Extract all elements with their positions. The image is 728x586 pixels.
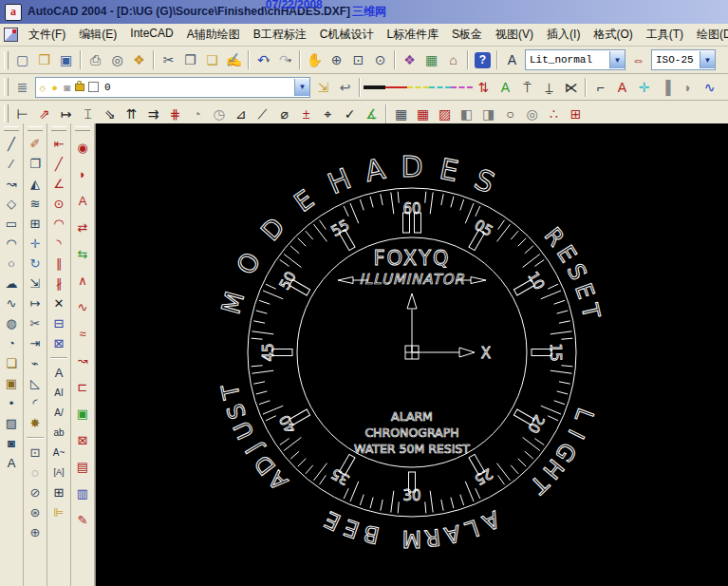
dim-continue-button[interactable]: ⇉ [142, 104, 164, 124]
break-button[interactable]: ⌁ [25, 353, 46, 373]
linetype-yellow[interactable] [407, 77, 429, 98]
shape-gray-left-button[interactable]: ◧ [456, 104, 477, 124]
zoom-in-button[interactable]: ⊕ [25, 522, 46, 542]
save-file-button[interactable]: ▣ [55, 49, 77, 70]
mtext-button[interactable]: A [48, 363, 69, 383]
dbconnect-button[interactable]: ⌂ [442, 49, 464, 70]
block-align2-button[interactable]: ⊠ [48, 333, 69, 353]
hatch-button[interactable]: ▨ [1, 413, 22, 433]
toolbar-grip[interactable] [75, 126, 90, 131]
text-style-tool-button[interactable]: A~ [48, 443, 69, 463]
zoom-all-button[interactable]: ⊛ [25, 502, 46, 522]
ellipse-button[interactable]: ◍ [1, 313, 22, 333]
offset-button[interactable]: ≋ [25, 194, 46, 214]
dim-edit-button[interactable]: ⋉ [560, 77, 582, 98]
plot-button[interactable]: ⎙ [84, 49, 106, 70]
line-button[interactable]: ╱ [1, 134, 22, 154]
edit-text-button[interactable]: AI [48, 383, 69, 403]
ellipse-arc-button[interactable]: ◔ [1, 333, 22, 353]
linetype-magenta[interactable] [451, 77, 473, 98]
drawing-canvas[interactable]: 600510152025303540455055HADESRESETLIGHTA… [95, 123, 728, 586]
dim-quick-button[interactable]: ⋕ [164, 104, 186, 124]
dim-align-top-button[interactable]: ⍑ [516, 77, 538, 98]
red-arc2-button[interactable]: ◝ [48, 234, 69, 254]
dim-jogged-button[interactable]: ⟋ [252, 104, 273, 124]
pan-realtime-button[interactable]: ✋ [304, 49, 326, 70]
menu-item-11[interactable]: 工具(T) [640, 25, 690, 45]
menu-item-0[interactable]: 文件(F) [22, 25, 72, 45]
paste-button[interactable]: ❏ [201, 49, 223, 70]
linetype-cyan[interactable] [429, 77, 451, 98]
trim-button[interactable]: ✂ [25, 313, 46, 333]
clip-red-button[interactable]: ⊏ [72, 373, 93, 400]
layer-combo[interactable]: ☼●◙0▼ [35, 77, 310, 98]
open-file-button[interactable]: ❒ [33, 49, 55, 70]
toolbar-grip[interactable] [51, 126, 66, 131]
stretch-button[interactable]: ↦ [25, 293, 46, 313]
region-button[interactable]: ◙ [1, 433, 22, 453]
table-insert-button[interactable]: ▦ [390, 104, 412, 124]
linetype-red[interactable] [385, 77, 407, 98]
dropdown-arrow-icon[interactable]: ▾ [289, 57, 292, 64]
menu-item-2[interactable]: InteCAD [123, 25, 179, 45]
plot-preview-button[interactable]: ◎ [106, 49, 128, 70]
dim-tolerance-button[interactable]: ± [295, 104, 317, 124]
peak-red-button[interactable]: ∧ [72, 267, 93, 293]
move-button[interactable]: ✛ [25, 234, 46, 254]
curve-red-button[interactable]: ≈ [72, 320, 93, 347]
grid-red-button[interactable]: ▤ [72, 453, 93, 480]
insert-block-button[interactable]: ❏ [1, 353, 22, 373]
red-cross-button[interactable]: ✕ [48, 293, 69, 313]
dim-aligned-button[interactable]: ⇗ [33, 104, 55, 124]
menu-item-10[interactable]: 格式(O) [587, 25, 639, 45]
menu-item-3[interactable]: A辅助绘图 [180, 25, 247, 45]
dim-linear-button[interactable]: ⊢ [11, 104, 33, 124]
zoom-previous-button[interactable]: ⊙ [369, 49, 391, 70]
help-button[interactable]: ? [475, 52, 491, 68]
title-bar[interactable]: a AutoCAD 2004 - [D:\UG (G)\Source\Finis… [0, 0, 728, 24]
cut-button[interactable]: ✂ [158, 49, 179, 70]
arc-button[interactable]: ◠ [1, 234, 22, 254]
annotate-arrow-button[interactable]: A [611, 77, 633, 98]
polygon-button[interactable]: ◇ [1, 194, 22, 214]
region-shade-button[interactable]: ▐ [655, 77, 677, 98]
donut-tool-button[interactable]: ◎ [521, 104, 543, 124]
revcloud-button[interactable]: ☁ [1, 274, 22, 293]
red-parallel2-button[interactable]: ∦ [48, 274, 69, 293]
red-angle-button[interactable]: ∠ [48, 174, 69, 194]
menu-item-9[interactable]: 插入(I) [540, 25, 587, 45]
red-line-button[interactable]: ╱ [48, 154, 69, 174]
menu-item-5[interactable]: C机械设计 [313, 25, 381, 45]
table-style-button[interactable]: ▦ [412, 104, 434, 124]
menu-item-8[interactable]: 视图(V) [489, 25, 540, 45]
extend-button[interactable]: ⇥ [25, 333, 46, 353]
layer-properties-manager-button[interactable]: ≣ [11, 77, 33, 98]
menu-item-12[interactable]: 绘图(D) [690, 25, 728, 45]
chevron-down-icon[interactable]: ▼ [700, 51, 715, 68]
dim-style-combo[interactable]: ISO-25▼ [651, 49, 716, 70]
mirror-button[interactable]: ◭ [25, 174, 46, 194]
quick-leader-button[interactable]: ⇤ [48, 134, 69, 154]
fillet-button[interactable]: ◜ [25, 393, 46, 413]
redo-button[interactable]: ↷▾ [274, 49, 296, 70]
watch-face-drawing[interactable]: 600510152025303540455055HADESRESETLIGHTA… [96, 123, 728, 586]
dim-ordinate-button[interactable]: ↦ [55, 104, 77, 124]
menu-item-7[interactable]: S板金 [445, 25, 489, 45]
dim-diameter-button[interactable]: ⌀ [273, 104, 295, 124]
text-box-red-button[interactable]: A [72, 187, 93, 214]
dim-style-manager-button[interactable]: ⇔ [627, 49, 649, 70]
spell-check-button[interactable]: ab [48, 423, 69, 443]
dim-align-bottom-button[interactable]: ⍊ [538, 77, 560, 98]
dropdown-arrow-icon[interactable]: ▾ [267, 57, 271, 64]
zoom-color-button[interactable]: ◉ [72, 134, 93, 161]
pline-edit-button[interactable]: ⌐ [589, 77, 611, 98]
layer-previous-button[interactable]: ↩ [334, 77, 356, 98]
surface-shade-button[interactable]: ◗ [677, 77, 699, 98]
toolbar-grip[interactable] [4, 51, 9, 69]
hatch-edit-button[interactable]: ▨ [434, 104, 456, 124]
scurve-red-button[interactable]: ↝ [72, 347, 93, 373]
menu-item-6[interactable]: L标准件库 [380, 25, 445, 45]
text-style-manager-button[interactable]: A [501, 49, 523, 70]
text-block-button[interactable]: ⊞ [48, 482, 69, 502]
explode-button[interactable]: ✸ [25, 413, 46, 433]
